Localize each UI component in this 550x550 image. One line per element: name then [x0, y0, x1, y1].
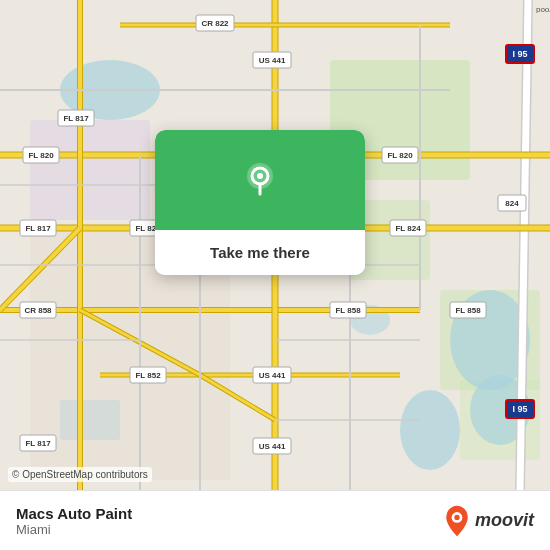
- moovit-brand-text: moovit: [475, 510, 534, 531]
- svg-text:FL 820: FL 820: [387, 151, 413, 160]
- svg-text:US 441: US 441: [259, 442, 286, 451]
- svg-text:FL 817: FL 817: [25, 439, 51, 448]
- moovit-pin-icon: [443, 504, 471, 538]
- svg-text:FL 817: FL 817: [63, 114, 89, 123]
- svg-text:FL 858: FL 858: [455, 306, 481, 315]
- svg-text:Hollywood: Hollywood: [536, 6, 550, 15]
- svg-text:FL 852: FL 852: [135, 371, 161, 380]
- svg-text:US 441: US 441: [259, 371, 286, 380]
- location-pin-icon: [239, 159, 281, 201]
- place-city: Miami: [16, 522, 132, 537]
- place-name: Macs Auto Paint: [16, 505, 132, 522]
- svg-point-7: [400, 390, 460, 470]
- bottom-bar: Macs Auto Paint Miami moovit: [0, 490, 550, 550]
- svg-text:I 95: I 95: [512, 49, 527, 59]
- svg-point-91: [257, 173, 263, 179]
- map-container: CR 822 US 441 FL 817 FL 820 US 441 FL 82…: [0, 0, 550, 490]
- svg-text:CR 858: CR 858: [24, 306, 52, 315]
- svg-text:824: 824: [505, 199, 519, 208]
- svg-text:FL 824: FL 824: [395, 224, 421, 233]
- svg-point-94: [454, 514, 459, 519]
- osm-attribution: © OpenStreetMap contributors: [8, 467, 152, 482]
- svg-text:US 441: US 441: [259, 56, 286, 65]
- take-me-there-button[interactable]: Take me there: [155, 230, 365, 275]
- popup-header: [155, 130, 365, 230]
- moovit-logo: moovit: [443, 504, 534, 538]
- svg-text:FL 817: FL 817: [25, 224, 51, 233]
- svg-rect-11: [30, 120, 150, 220]
- location-popup: Take me there: [155, 130, 365, 275]
- svg-text:CR 822: CR 822: [201, 19, 229, 28]
- svg-text:FL 858: FL 858: [335, 306, 361, 315]
- svg-text:FL 820: FL 820: [28, 151, 54, 160]
- svg-text:I 95: I 95: [512, 404, 527, 414]
- place-info: Macs Auto Paint Miami: [16, 505, 132, 537]
